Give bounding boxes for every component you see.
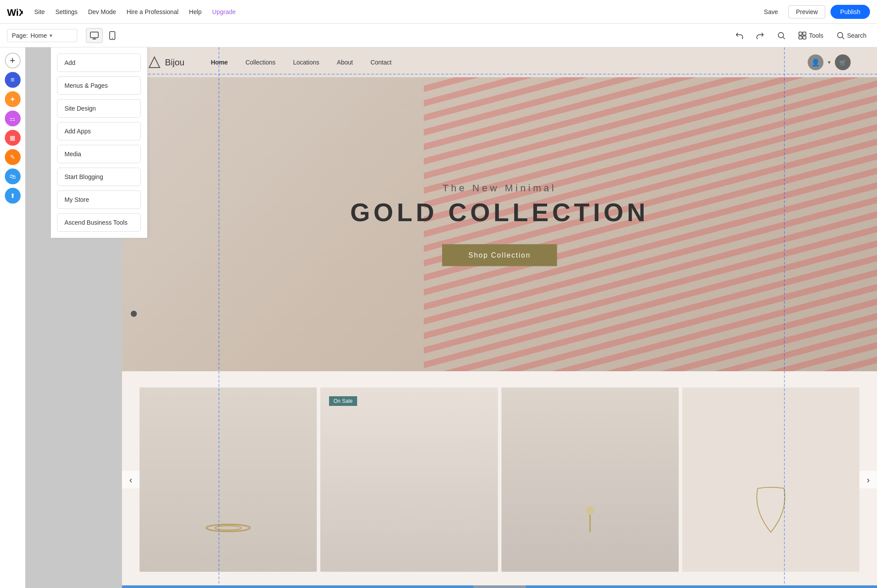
site-logo-text: Bijou: [165, 57, 184, 68]
panel-start-blogging-button[interactable]: Start Blogging: [57, 168, 141, 186]
site-nav-links: Home Collections Locations About Contact: [211, 59, 808, 66]
site-user-icon: 👤: [808, 54, 823, 70]
site-nav-about[interactable]: About: [337, 59, 353, 66]
site-nav-right: 👤 ▾ 🛒: [808, 54, 851, 70]
panel-ascend-button[interactable]: Ascend Business Tools: [57, 213, 141, 232]
panel-menus-pages-label: Menus & Pages: [64, 82, 108, 89]
canvas: Add Menus & Pages Site Design Add Apps M…: [25, 47, 877, 588]
page-selector[interactable]: Page: Home ▾: [7, 29, 77, 42]
zoom-button[interactable]: [774, 30, 789, 41]
panel-add-apps-button[interactable]: Add Apps: [57, 122, 141, 140]
hero-subtitle: The New Minimal: [350, 183, 649, 194]
panel-add-label: Add: [64, 59, 75, 66]
site-nav-locations[interactable]: Locations: [293, 59, 319, 66]
top-nav: Site Settings Dev Mode Hire a Profession…: [33, 7, 750, 17]
preview-button[interactable]: Preview: [788, 5, 825, 18]
nav-dev-mode[interactable]: Dev Mode: [87, 7, 117, 17]
sidebar-menus-pages-button[interactable]: ≡: [4, 71, 21, 89]
nav-help[interactable]: Help: [188, 7, 203, 17]
panel-menus-pages-button[interactable]: Menus & Pages: [57, 76, 141, 95]
canvas-dot: [131, 311, 137, 317]
right-tools: Tools Search: [732, 30, 870, 41]
svg-point-12: [838, 32, 843, 38]
page-name: Home: [31, 32, 47, 39]
panel-my-store-button[interactable]: My Store: [57, 190, 141, 209]
svg-point-5: [112, 38, 113, 39]
panel-media-button[interactable]: Media: [57, 145, 141, 163]
redo-button[interactable]: [753, 30, 768, 41]
desktop-view-button[interactable]: [86, 28, 103, 43]
product-card-1: [140, 387, 317, 572]
panel-my-store-label: My Store: [64, 196, 89, 203]
sidebar-add-button[interactable]: +: [4, 52, 21, 69]
panel-add-button[interactable]: Add: [57, 54, 141, 72]
site-preview: Bijou Home Collections Locations About C…: [122, 47, 877, 588]
sidebar-add-apps-button[interactable]: ⚏: [4, 110, 21, 127]
panel-add-apps-label: Add Apps: [64, 128, 91, 135]
nav-site[interactable]: Site: [33, 7, 46, 17]
page-label: Page:: [12, 32, 28, 39]
main-area: + ≡ ✦ ⚏ ▦ ✎ 🛍 ⬆ Add Menus: [0, 47, 877, 588]
site-user-chevron-icon: ▾: [828, 59, 830, 65]
panel-site-design-button[interactable]: Site Design: [57, 99, 141, 118]
products-next-arrow[interactable]: ›: [859, 471, 877, 488]
svg-point-6: [778, 32, 784, 38]
wix-logo: WiX: [7, 6, 23, 18]
svg-line-13: [842, 37, 844, 39]
undo-button[interactable]: [732, 30, 747, 41]
view-icons: [86, 28, 119, 43]
on-sale-badge: On Sale: [329, 396, 357, 406]
second-bar: Page: Home ▾ Tools Search: [0, 24, 877, 47]
tools-label: Tools: [809, 32, 823, 39]
products-prev-arrow[interactable]: ‹: [122, 471, 140, 488]
product-card-2: On Sale: [320, 387, 498, 572]
hero-cta-button[interactable]: Shop Collection: [442, 244, 557, 266]
panel-start-blogging-label: Start Blogging: [64, 173, 103, 180]
svg-rect-10: [799, 36, 802, 39]
site-nav-contact[interactable]: Contact: [370, 59, 391, 66]
search-label: Search: [847, 32, 866, 39]
panel-media-label: Media: [64, 151, 81, 158]
product-card-3: [501, 387, 679, 572]
floating-panel: Add Menus & Pages Site Design Add Apps M…: [51, 47, 147, 238]
nav-hire[interactable]: Hire a Professional: [126, 7, 179, 17]
hero-content: The New Minimal GOLD COLLECTION Shop Col…: [350, 183, 649, 266]
mobile-view-button[interactable]: [105, 28, 119, 43]
panel-site-design-label: Site Design: [64, 105, 96, 112]
sidebar-media-button[interactable]: ▦: [4, 129, 21, 147]
site-navbar: Bijou Home Collections Locations About C…: [122, 47, 877, 77]
top-right-actions: Save Preview Publish: [759, 5, 870, 19]
svg-text:WiX: WiX: [7, 7, 23, 18]
sidebar-ascend-button[interactable]: ⬆: [4, 187, 21, 204]
sidebar-blogging-button[interactable]: ✎: [4, 148, 21, 166]
save-button[interactable]: Save: [759, 6, 783, 18]
sidebar-my-store-button[interactable]: 🛍: [4, 168, 21, 185]
svg-rect-8: [799, 32, 802, 35]
svg-line-7: [783, 37, 785, 39]
site-cart-icon: 🛒: [835, 54, 851, 70]
sidebar-site-design-button[interactable]: ✦: [4, 90, 21, 108]
svg-point-16: [215, 526, 241, 530]
scroll-indicator: [473, 585, 526, 588]
product-card-4: [682, 387, 859, 572]
search-button[interactable]: Search: [833, 30, 870, 41]
site-logo: Bijou: [148, 56, 184, 68]
hero-section: The New Minimal GOLD COLLECTION Shop Col…: [122, 77, 877, 371]
publish-button[interactable]: Publish: [830, 5, 870, 19]
nav-settings[interactable]: Settings: [54, 7, 79, 17]
site-nav-home[interactable]: Home: [211, 59, 228, 66]
svg-rect-9: [803, 32, 806, 35]
top-bar: WiX Site Settings Dev Mode Hire a Profes…: [0, 0, 877, 24]
hero-title: GOLD COLLECTION: [350, 197, 649, 227]
sidebar-icons: + ≡ ✦ ⚏ ▦ ✎ 🛍 ⬆: [0, 47, 25, 588]
svg-marker-14: [149, 57, 160, 68]
tools-button[interactable]: Tools: [795, 30, 827, 41]
site-nav-collections[interactable]: Collections: [245, 59, 275, 66]
svg-rect-11: [803, 36, 806, 39]
products-area: ‹ On Sale: [122, 371, 877, 588]
chevron-down-icon: ▾: [50, 32, 52, 39]
svg-rect-1: [90, 32, 98, 38]
svg-point-17: [586, 506, 594, 515]
nav-upgrade[interactable]: Upgrade: [211, 7, 237, 17]
panel-ascend-label: Ascend Business Tools: [64, 219, 128, 226]
